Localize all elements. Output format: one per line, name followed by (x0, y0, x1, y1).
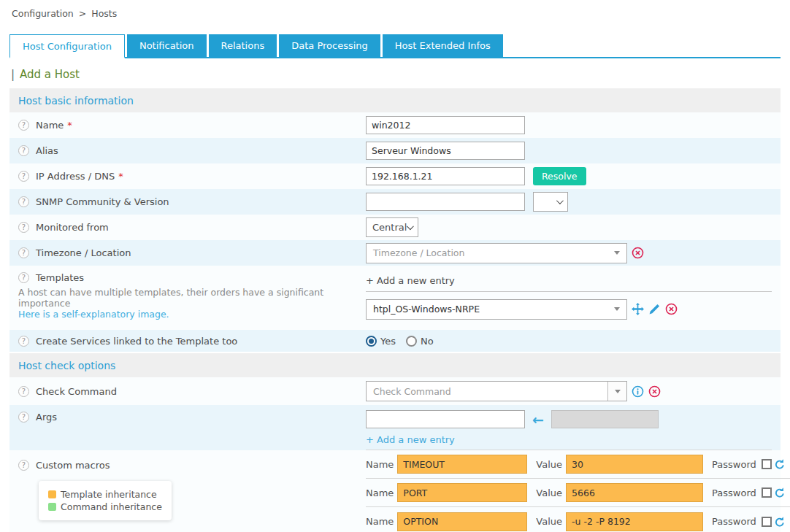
macro-value-input[interactable] (566, 512, 703, 531)
macro-password-checkbox[interactable] (762, 459, 772, 469)
alias-input[interactable] (366, 142, 525, 160)
create-services-yes-radio[interactable] (366, 336, 377, 347)
help-icon[interactable]: ? (18, 460, 29, 471)
name-label: Name (36, 120, 64, 131)
macro-password-label: Password (712, 516, 756, 527)
help-icon[interactable]: ? (18, 247, 29, 258)
title-pipe: | (11, 68, 15, 81)
snmp-community-input[interactable] (366, 193, 525, 211)
left-arrow-icon: ← (532, 412, 544, 428)
help-icon[interactable]: ? (18, 196, 29, 207)
snmp-version-select[interactable] (533, 192, 568, 212)
help-icon[interactable]: ? (18, 145, 29, 156)
macro-name-input[interactable] (397, 483, 527, 502)
tab-bar: Host Configuration Notification Relation… (9, 34, 781, 58)
custom-macros-label: Custom macros (36, 460, 110, 471)
clear-icon[interactable] (632, 247, 644, 259)
chevron-down-icon (407, 223, 414, 230)
monitored-from-value: Central (372, 222, 407, 233)
page-title: | Add a Host (11, 68, 781, 81)
macro-value-input[interactable] (566, 483, 703, 502)
move-icon[interactable] (632, 303, 644, 315)
undo-icon[interactable] (774, 487, 786, 498)
macro-row-port: Name Value Password (366, 479, 790, 507)
args-add-entry-link[interactable]: + Add a new entry (366, 434, 772, 447)
macro-name-label: Name (366, 459, 394, 470)
breadcrumb-separator: > (79, 8, 86, 19)
template-select-value: htpl_OS-Windows-NRPE (373, 304, 480, 315)
templates-label: Templates (36, 272, 84, 283)
tab-host-configuration[interactable]: Host Configuration (9, 34, 125, 58)
title-text: Add a Host (20, 68, 80, 81)
edit-pencil-icon[interactable] (648, 303, 661, 315)
row-templates: ? Templates A host can have multiple tem… (9, 266, 781, 330)
undo-icon[interactable] (774, 458, 786, 470)
section-host-check-options: Host check options (9, 353, 781, 377)
row-check-command: ? Check Command Check Command (9, 377, 781, 405)
yes-label: Yes (380, 336, 396, 347)
macro-name-input[interactable] (397, 512, 527, 531)
row-custom-macros: ? Custom macros Template inheritance Com… (9, 450, 781, 532)
check-command-label: Check Command (36, 386, 117, 397)
create-services-label: Create Services linked to the Template t… (36, 336, 237, 347)
templates-help-link[interactable]: Here is a self-explanatory image. (18, 309, 169, 320)
check-command-placeholder: Check Command (373, 386, 451, 397)
monitored-from-label: Monitored from (36, 222, 109, 233)
timezone-select[interactable]: Timezone / Location (366, 243, 627, 263)
help-icon[interactable]: ? (18, 412, 29, 423)
row-args: ? Args ← + Add a new entry (9, 405, 781, 450)
info-icon[interactable] (632, 385, 644, 398)
help-icon[interactable]: ? (18, 386, 29, 397)
macro-value-label: Value (536, 487, 562, 498)
macro-name-input[interactable] (397, 455, 527, 474)
breadcrumb-configuration[interactable]: Configuration (12, 8, 74, 19)
row-alias: ? Alias (9, 138, 781, 163)
create-services-no-radio[interactable] (406, 336, 417, 347)
dropdown-arrow-icon (615, 390, 621, 393)
template-inheritance-swatch (48, 490, 56, 498)
required-asterisk: * (118, 171, 123, 182)
delete-icon[interactable] (665, 303, 678, 315)
template-select[interactable]: htpl_OS-Windows-NRPE (366, 299, 627, 320)
alias-label: Alias (36, 145, 58, 156)
args-label: Args (36, 412, 57, 423)
macro-name-label: Name (366, 516, 394, 527)
ip-address-input[interactable] (366, 167, 525, 185)
macro-row-timeout: Name Value Password (366, 450, 790, 479)
args-disabled-field (551, 410, 659, 428)
macro-password-checkbox[interactable] (762, 487, 772, 498)
dropdown-arrow-icon (614, 307, 620, 311)
template-inheritance-label: Template inheritance (61, 489, 157, 500)
row-snmp: ? SNMP Community & Version (9, 189, 781, 215)
args-input[interactable] (366, 410, 525, 428)
macro-value-label: Value (536, 516, 562, 527)
macro-name-label: Name (366, 487, 394, 498)
name-input[interactable] (366, 116, 525, 134)
help-icon[interactable]: ? (18, 272, 29, 283)
dropdown-arrow-icon (614, 251, 620, 255)
monitored-from-select[interactable]: Central (366, 217, 418, 237)
help-icon[interactable]: ? (18, 120, 29, 131)
help-icon[interactable]: ? (18, 336, 29, 347)
required-asterisk: * (67, 120, 72, 131)
timezone-placeholder: Timezone / Location (373, 247, 464, 258)
macro-password-checkbox[interactable] (762, 517, 772, 527)
row-monitored-from: ? Monitored from Central (9, 215, 781, 240)
tab-host-extended-infos[interactable]: Host Extended Infos (383, 34, 503, 57)
undo-icon[interactable] (774, 516, 786, 528)
tab-relations[interactable]: Relations (209, 34, 277, 57)
breadcrumb-hosts[interactable]: Hosts (91, 8, 117, 19)
macro-value-input[interactable] (566, 455, 703, 474)
check-command-select[interactable]: Check Command (366, 381, 627, 401)
help-icon[interactable]: ? (18, 222, 29, 233)
snmp-label: SNMP Community & Version (36, 196, 169, 207)
resolve-button[interactable]: Resolve (533, 167, 586, 185)
clear-icon[interactable] (648, 385, 661, 398)
macro-password-label: Password (712, 487, 756, 498)
tab-data-processing[interactable]: Data Processing (279, 34, 380, 57)
chevron-down-icon (556, 197, 564, 204)
templates-add-entry-link[interactable]: + Add a new entry (366, 275, 772, 286)
tab-notification[interactable]: Notification (127, 34, 207, 57)
templates-description: A host can have multiple templates, thei… (18, 287, 366, 309)
help-icon[interactable]: ? (18, 171, 29, 182)
